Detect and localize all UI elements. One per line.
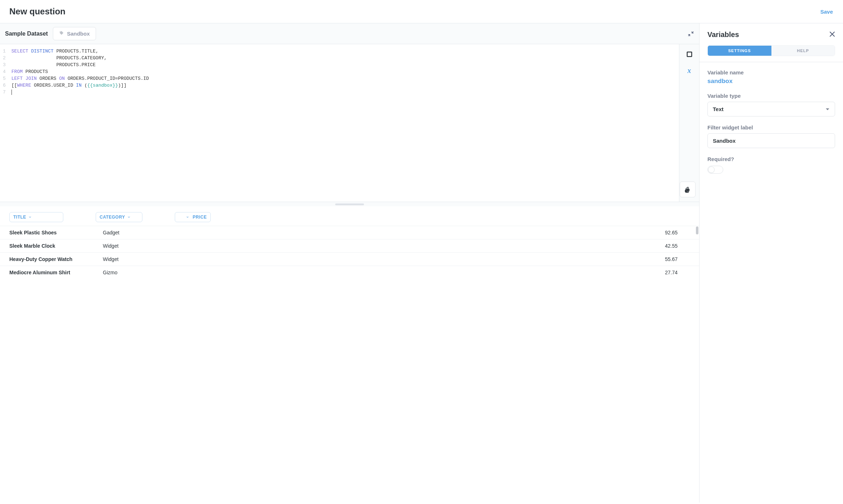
cell-title: Sleek Marble Clock bbox=[0, 239, 94, 253]
cell-price: 92.65 bbox=[642, 226, 699, 239]
column-header-title[interactable]: TITLE bbox=[9, 212, 63, 222]
column-header-category[interactable]: CATEGORY bbox=[96, 212, 142, 222]
variable-name-label: Variable name bbox=[707, 69, 835, 75]
table-row[interactable]: Sleek Marble ClockWidget42.55 bbox=[0, 239, 699, 253]
database-selector[interactable]: Sample Dataset bbox=[5, 31, 48, 37]
tab-settings[interactable]: SETTINGS bbox=[708, 46, 771, 56]
close-panel-button[interactable] bbox=[829, 31, 835, 38]
filter-widget-label-input[interactable]: Sandbox bbox=[707, 133, 835, 148]
resize-handle[interactable] bbox=[0, 202, 699, 206]
chevron-down-icon bbox=[28, 216, 32, 219]
results-table: Sleek Plastic ShoesGadget92.65Sleek Marb… bbox=[0, 226, 699, 279]
page-title: New question bbox=[9, 6, 65, 17]
panel-tabs: SETTINGS HELP bbox=[707, 45, 835, 56]
sql-editor[interactable]: 1234567 SELECT DISTINCT PRODUCTS.TITLE, … bbox=[0, 44, 679, 202]
variable-name-value: sandbox bbox=[707, 78, 835, 85]
cell-title: Mediocre Aluminum Shirt bbox=[0, 266, 94, 279]
cell-category: Gadget bbox=[94, 226, 642, 239]
variable-type-label: Variable type bbox=[707, 93, 835, 99]
toggle-knob bbox=[708, 166, 715, 173]
variables-icon[interactable]: x bbox=[688, 67, 691, 75]
cell-category: Widget bbox=[94, 253, 642, 266]
required-label: Required? bbox=[707, 156, 835, 162]
cell-price: 42.55 bbox=[642, 239, 699, 253]
column-header-label: PRICE bbox=[193, 215, 207, 220]
close-icon bbox=[829, 31, 835, 37]
cell-title: Heavy-Duty Copper Watch bbox=[0, 253, 94, 266]
table-row[interactable]: Sleek Plastic ShoesGadget92.65 bbox=[0, 226, 699, 239]
cell-price: 55.67 bbox=[642, 253, 699, 266]
cell-title: Sleek Plastic Shoes bbox=[0, 226, 94, 239]
required-toggle[interactable] bbox=[707, 166, 723, 174]
results-panel: TITLE CATEGORY PRICE Sleek Plastic Shoes… bbox=[0, 206, 699, 503]
save-button[interactable]: Save bbox=[820, 9, 833, 15]
cell-category: Widget bbox=[94, 239, 642, 253]
column-header-price[interactable]: PRICE bbox=[175, 212, 211, 222]
select-value: Text bbox=[713, 106, 724, 112]
svg-rect-1 bbox=[688, 52, 691, 56]
chevron-down-icon bbox=[186, 216, 189, 219]
table-row[interactable]: Heavy-Duty Copper WatchWidget55.67 bbox=[0, 253, 699, 266]
cell-category: Gizmo bbox=[94, 266, 642, 279]
chevron-down-icon bbox=[127, 216, 131, 219]
filter-widget-label-label: Filter widget label bbox=[707, 124, 835, 130]
scrollbar-thumb[interactable] bbox=[696, 226, 698, 234]
filter-pill-sandbox[interactable]: Sandbox bbox=[53, 27, 96, 40]
data-reference-icon[interactable] bbox=[686, 51, 693, 58]
run-query-button[interactable] bbox=[680, 182, 696, 197]
line-number-gutter: 1234567 bbox=[0, 44, 9, 202]
input-value: Sandbox bbox=[713, 138, 735, 144]
column-header-label: TITLE bbox=[13, 215, 26, 220]
chevron-down-icon bbox=[825, 107, 830, 111]
tab-help[interactable]: HELP bbox=[771, 46, 835, 56]
variable-type-select[interactable]: Text bbox=[707, 102, 835, 116]
sql-code[interactable]: SELECT DISTINCT PRODUCTS.TITLE, PRODUCTS… bbox=[9, 44, 152, 202]
table-row[interactable]: Mediocre Aluminum ShirtGizmo27.74 bbox=[0, 266, 699, 279]
collapse-editor-icon[interactable] bbox=[688, 31, 694, 37]
panel-title: Variables bbox=[707, 31, 739, 39]
filter-pill-label: Sandbox bbox=[67, 31, 90, 37]
tag-icon bbox=[59, 31, 64, 37]
cell-price: 27.74 bbox=[642, 266, 699, 279]
column-header-label: CATEGORY bbox=[100, 215, 125, 220]
